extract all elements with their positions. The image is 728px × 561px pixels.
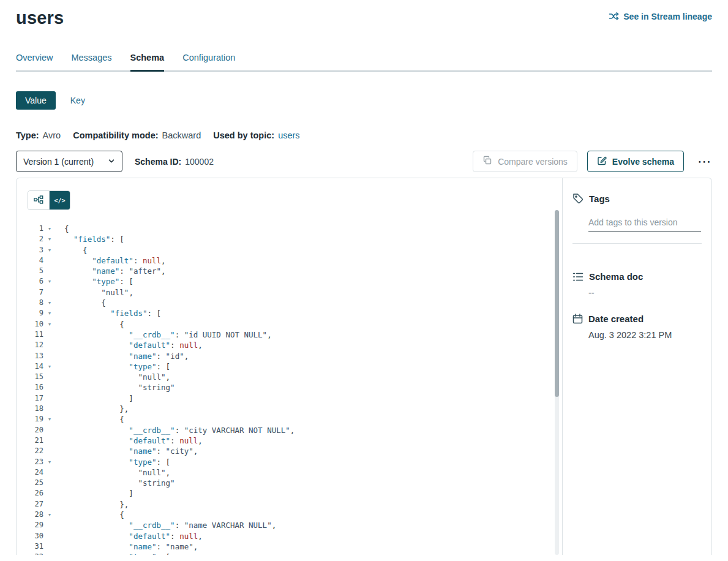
code-line: 32▾ "type": [ xyxy=(21,552,562,555)
code-line: 22 "name": "city", xyxy=(21,446,562,456)
code-text: { xyxy=(56,319,124,329)
code-text: "default": null, xyxy=(56,531,203,541)
code-text: "string" xyxy=(56,478,175,488)
tab-overview[interactable]: Overview xyxy=(16,53,53,72)
code-text: "type": [ xyxy=(56,276,133,287)
fold-spacer xyxy=(43,287,56,298)
tags-title: Tags xyxy=(589,194,610,204)
schema-id-value: 100002 xyxy=(185,157,214,167)
code-text: }, xyxy=(56,404,129,414)
topic-link[interactable]: users xyxy=(278,130,299,140)
code-line: 20 "__crdb__": "city VARCHAR NOT NULL", xyxy=(21,425,562,435)
code-line: 2▾ "fields": [ xyxy=(21,234,562,244)
schema-id-label: Schema ID: xyxy=(135,157,181,167)
tab-schema[interactable]: Schema xyxy=(130,53,165,72)
code-text: "null", xyxy=(56,372,170,382)
code-text: "name": "after", xyxy=(56,266,166,276)
add-tags-input[interactable] xyxy=(588,215,701,232)
fold-spacer xyxy=(43,435,56,446)
tags-section: Tags xyxy=(572,193,702,244)
tab-messages[interactable]: Messages xyxy=(71,53,111,72)
code-text: "name": "city", xyxy=(56,446,198,456)
fold-toggle-icon[interactable]: ▾ xyxy=(43,552,56,555)
line-number: 14 xyxy=(21,361,43,372)
scrollbar-thumb[interactable] xyxy=(555,210,559,397)
tree-view-icon xyxy=(34,195,43,206)
sidebar-divider xyxy=(572,243,702,244)
fold-toggle-icon[interactable]: ▾ xyxy=(43,245,56,255)
code-text: "name": "id", xyxy=(56,351,189,361)
code-line: 3▾ { xyxy=(21,245,562,255)
page-header: users See in Stream lineage xyxy=(16,0,712,28)
line-number: 13 xyxy=(21,351,43,361)
code-view-button[interactable]: </> xyxy=(49,191,70,209)
code-text: ] xyxy=(56,488,133,499)
code-text: "name": "name", xyxy=(56,541,198,552)
schema-doc-title: Schema doc xyxy=(589,271,643,282)
date-created-section: Date created Aug. 3 2022 3:21 PM xyxy=(572,314,702,340)
code-line: 21 "default": null, xyxy=(21,435,562,446)
editor-scrollbar[interactable] xyxy=(555,210,559,555)
value-toggle-button[interactable]: Value xyxy=(16,91,56,110)
fold-toggle-icon[interactable]: ▾ xyxy=(43,276,56,287)
fold-spacer xyxy=(43,499,56,510)
code-text: "__crdb__": "city VARCHAR NOT NULL", xyxy=(56,425,295,435)
schema-toolbar: Version 1 (current) Schema ID: 100002 Co… xyxy=(16,151,712,172)
code-text: "fields": [ xyxy=(56,308,161,318)
code-line: 7 "null", xyxy=(21,287,562,298)
compatibility-value: Backward xyxy=(162,130,201,140)
fold-spacer xyxy=(43,393,56,404)
tree-view-button[interactable] xyxy=(28,191,49,209)
code-line: 8▾ { xyxy=(21,298,562,308)
fold-toggle-icon[interactable]: ▾ xyxy=(43,319,56,329)
fold-spacer xyxy=(43,446,56,456)
evolve-schema-button[interactable]: Evolve schema xyxy=(587,151,684,172)
fold-toggle-icon[interactable]: ▾ xyxy=(43,298,56,308)
fold-toggle-icon[interactable]: ▾ xyxy=(43,361,56,372)
fold-spacer xyxy=(43,351,56,361)
line-number: 25 xyxy=(21,478,43,488)
toolbar-actions: Compare versions Evolve schema ⋯ xyxy=(473,151,712,172)
fold-toggle-icon[interactable]: ▾ xyxy=(43,414,56,424)
tags-header: Tags xyxy=(572,193,702,204)
date-created-header: Date created xyxy=(572,314,702,324)
stream-lineage-label: See in Stream lineage xyxy=(623,12,712,21)
fold-toggle-icon[interactable]: ▾ xyxy=(43,510,56,520)
evolve-schema-icon xyxy=(597,156,607,167)
code-editor[interactable]: 1▾{2▾ "fields": [3▾ {4 "default": null,5… xyxy=(21,224,562,555)
line-number: 4 xyxy=(21,255,43,266)
version-select[interactable]: Version 1 (current) xyxy=(16,151,122,172)
code-text: "fields": [ xyxy=(56,234,124,244)
tab-configuration[interactable]: Configuration xyxy=(182,53,235,72)
calendar-icon xyxy=(572,314,583,324)
code-line: 23▾ "type": [ xyxy=(21,457,562,467)
code-line: 1▾{ xyxy=(21,224,562,234)
fold-toggle-icon[interactable]: ▾ xyxy=(43,457,56,467)
ordered-list-icon xyxy=(572,272,584,282)
schema-content-panel: </> 1▾{2▾ "fields": [3▾ {4 "default": nu… xyxy=(16,178,712,555)
stream-lineage-link[interactable]: See in Stream lineage xyxy=(609,11,712,21)
key-toggle-button[interactable]: Key xyxy=(68,91,88,110)
fold-toggle-icon[interactable]: ▾ xyxy=(43,308,56,318)
line-number: 10 xyxy=(21,319,43,329)
line-number: 5 xyxy=(21,266,43,276)
type-value: Avro xyxy=(43,130,61,140)
compare-versions-button[interactable]: Compare versions xyxy=(473,151,577,172)
code-line: 18 }, xyxy=(21,404,562,414)
evolve-schema-label: Evolve schema xyxy=(612,157,674,167)
fold-toggle-icon[interactable]: ▾ xyxy=(43,224,56,234)
schema-doc-section: Schema doc -- xyxy=(572,271,702,298)
fold-spacer xyxy=(43,478,56,488)
line-number: 27 xyxy=(21,499,43,510)
code-line: 28▾ { xyxy=(21,510,562,520)
code-text: { xyxy=(56,298,106,308)
line-number: 31 xyxy=(21,541,43,552)
fold-toggle-icon[interactable]: ▾ xyxy=(43,234,56,244)
fold-spacer xyxy=(43,329,56,340)
more-options-button[interactable]: ⋯ xyxy=(696,156,712,168)
code-text: }, xyxy=(56,499,129,510)
fold-spacer xyxy=(43,541,56,552)
code-text: { xyxy=(56,224,69,234)
fold-spacer xyxy=(43,255,56,266)
code-line: 24 "null", xyxy=(21,467,562,478)
